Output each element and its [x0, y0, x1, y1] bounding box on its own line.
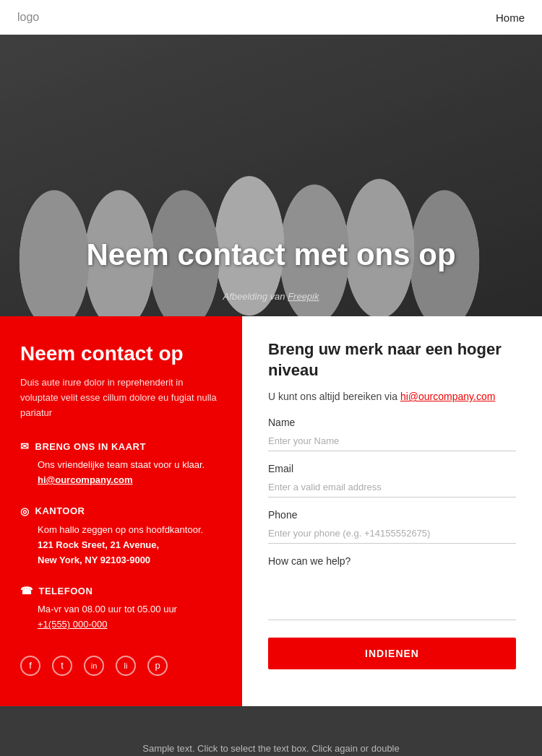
instagram-icon[interactable]: in [84, 656, 104, 676]
left-description: Duis aute irure dolor in reprehenderit i… [20, 375, 222, 420]
footer-text: Sample text. Click to select the text bo… [14, 741, 528, 756]
help-field-group: How can we help? [268, 555, 516, 623]
social-row: f t in li p [20, 656, 222, 676]
address-line2: New York, NY 92103-9000 [38, 553, 222, 568]
right-title: Breng uw merk naar een hoger niveau [268, 339, 516, 381]
address-line1: 121 Rock Sreet, 21 Avenue, [38, 538, 222, 553]
left-panel: Neem contact op Duis aute irure dolor in… [0, 316, 242, 706]
phone-field-group: Phone [268, 509, 516, 544]
logo: logo [17, 11, 39, 24]
name-field-group: Name [268, 417, 516, 451]
hero-text-block: Neem contact met ons op [0, 237, 542, 273]
submit-button[interactable]: INDIENEN [268, 638, 516, 669]
contact-section-office: ◎ KANTOOR Kom hallo zeggen op ons hoofdk… [20, 505, 222, 568]
phone-icon: ☎ [20, 585, 33, 596]
hero-section: Neem contact met ons op Afbeelding van F… [0, 35, 542, 316]
phone-label: Phone [268, 509, 516, 521]
footer: Sample text. Click to select the text bo… [0, 706, 542, 756]
office-body: Kom hallo zeggen op ons hoofdkantoor. 12… [20, 523, 222, 568]
help-textarea[interactable] [268, 570, 516, 620]
main-content: Neem contact op Duis aute irure dolor in… [0, 316, 542, 706]
email-field-group: Email [268, 463, 516, 498]
navbar: logo Home [0, 0, 542, 35]
reach-email-link[interactable]: hi@ourcompany.com [400, 391, 495, 402]
phone-input[interactable] [268, 523, 516, 544]
hero-background [0, 35, 542, 316]
phone-body: Ma-vr van 08.00 uur tot 05.00 uur +1(555… [20, 602, 222, 633]
location-icon: ◎ [20, 505, 30, 517]
home-link[interactable]: Home [496, 12, 525, 24]
map-heading: ✉ BRENG ONS IN KAART [20, 440, 222, 452]
map-body: Ons vriendelijke team staat voor u klaar… [20, 458, 222, 488]
pinterest-icon[interactable]: p [147, 656, 168, 676]
right-panel: Breng uw merk naar een hoger niveau U ku… [242, 316, 542, 706]
reach-text: U kunt ons altijd bereiken via hi@ourcom… [268, 391, 516, 402]
facebook-icon[interactable]: f [20, 656, 40, 676]
twitter-icon[interactable]: t [52, 656, 72, 676]
email-link[interactable]: hi@ourcompany.com [38, 474, 133, 485]
linkedin-icon[interactable]: li [116, 656, 136, 676]
contact-section-map: ✉ BRENG ONS IN KAART Ons vriendelijke te… [20, 440, 222, 488]
name-input[interactable] [268, 431, 516, 451]
phone-heading: ☎ TELEFOON [20, 585, 222, 596]
map-icon: ✉ [20, 440, 30, 452]
phone-link[interactable]: +1(555) 000-000 [38, 619, 108, 630]
name-label: Name [268, 417, 516, 428]
contact-section-phone: ☎ TELEFOON Ma-vr van 08.00 uur tot 05.00… [20, 585, 222, 633]
office-heading: ◎ KANTOOR [20, 505, 222, 517]
freepik-link[interactable]: Freepik [288, 291, 319, 302]
hero-caption: Afbeelding van Freepik [0, 291, 542, 302]
email-input[interactable] [268, 477, 516, 498]
email-label: Email [268, 463, 516, 474]
left-title: Neem contact op [20, 342, 222, 365]
hero-title: Neem contact met ons op [0, 237, 542, 273]
help-label: How can we help? [268, 555, 516, 567]
